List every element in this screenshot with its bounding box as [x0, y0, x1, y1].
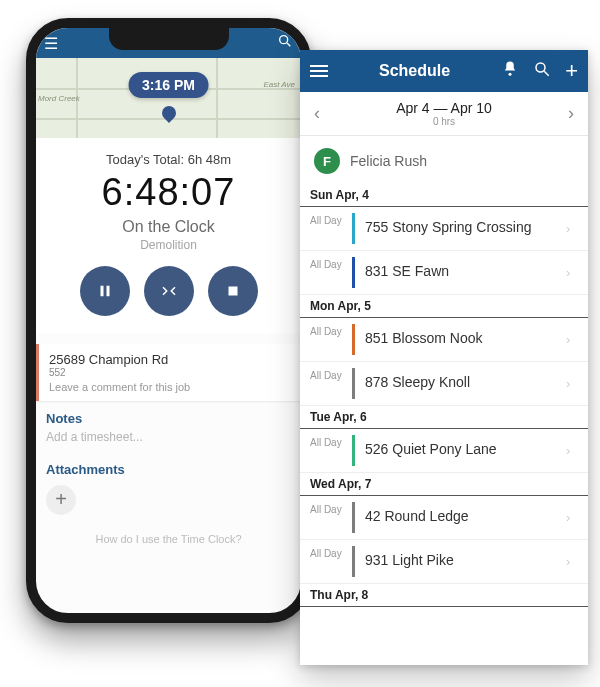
chevron-right-icon: › — [566, 540, 588, 583]
event-title: 526 Quiet Pony Lane — [355, 429, 566, 472]
clock-buttons — [36, 266, 301, 316]
add-button[interactable]: + — [565, 58, 578, 84]
next-week-button[interactable]: › — [554, 103, 588, 124]
search-icon[interactable] — [277, 33, 293, 53]
schedule-event[interactable]: All Day526 Quiet Pony Lane› — [300, 429, 588, 473]
date-range: Apr 4 — Apr 10 — [334, 100, 554, 116]
event-title: 931 Light Pike — [355, 540, 566, 583]
day-header: Mon Apr, 5 — [300, 295, 588, 318]
menu-icon[interactable]: ☰ — [44, 34, 58, 53]
all-day-label: All Day — [300, 496, 352, 539]
shuffle-icon — [160, 282, 178, 300]
chevron-right-icon: › — [566, 496, 588, 539]
pause-icon — [96, 282, 114, 300]
map-area[interactable]: Mord Creek East Ave 3:16 PM — [36, 58, 301, 138]
schedule-event[interactable]: All Day831 SE Fawn› — [300, 251, 588, 295]
day-header: Thu Apr, 8 — [300, 584, 588, 607]
switch-button[interactable] — [144, 266, 194, 316]
road-label: East Ave — [263, 80, 295, 89]
current-time-pill: 3:16 PM — [128, 72, 209, 98]
phone-notch — [109, 28, 229, 50]
chevron-right-icon: › — [566, 318, 588, 361]
job-address: 25689 Champion Rd — [49, 352, 291, 367]
stop-button[interactable] — [208, 266, 258, 316]
date-range-hours: 0 hrs — [334, 116, 554, 127]
attachments-header: Attachments — [36, 452, 301, 481]
bell-icon[interactable] — [501, 60, 519, 82]
clock-task: Demolition — [36, 238, 301, 252]
event-title: 831 SE Fawn — [355, 251, 566, 294]
page-title: Schedule — [342, 62, 487, 80]
menu-icon[interactable] — [310, 62, 328, 80]
time-clock-phone: ☰ Mord Creek East Ave 3:16 PM Today's To… — [26, 18, 311, 623]
person-row[interactable]: F Felicia Rush — [300, 136, 588, 184]
chevron-right-icon: › — [566, 362, 588, 405]
job-comment-placeholder[interactable]: Leave a comment for this job — [49, 381, 291, 393]
day-header: Wed Apr, 7 — [300, 473, 588, 496]
prev-week-button[interactable]: ‹ — [300, 103, 334, 124]
person-name: Felicia Rush — [350, 153, 427, 169]
event-title: 755 Stony Spring Crossing — [355, 207, 566, 250]
chevron-right-icon: › — [566, 207, 588, 250]
clock-card: Today's Total: 6h 48m 6:48:07 On the Clo… — [36, 138, 301, 334]
pause-button[interactable] — [80, 266, 130, 316]
today-total-label: Today's Total: 6h 48m — [36, 152, 301, 167]
schedule-phone: Schedule + ‹ Apr 4 — Apr 10 0 hrs › F Fe… — [300, 50, 588, 665]
schedule-event[interactable]: All Day755 Stony Spring Crossing› — [300, 207, 588, 251]
schedule-event[interactable]: All Day931 Light Pike› — [300, 540, 588, 584]
clock-status: On the Clock — [36, 218, 301, 236]
avatar: F — [314, 148, 340, 174]
search-icon[interactable] — [533, 60, 551, 82]
chevron-right-icon: › — [566, 429, 588, 472]
svg-line-7 — [544, 71, 549, 76]
schedule-list: Sun Apr, 4All Day755 Stony Spring Crossi… — [300, 184, 588, 607]
all-day-label: All Day — [300, 540, 352, 583]
event-title: 878 Sleepy Knoll — [355, 362, 566, 405]
schedule-event[interactable]: All Day851 Blossom Nook› — [300, 318, 588, 362]
notes-header: Notes — [36, 401, 301, 430]
all-day-label: All Day — [300, 318, 352, 361]
all-day-label: All Day — [300, 362, 352, 405]
job-number: 552 — [49, 367, 291, 378]
date-range-row: ‹ Apr 4 — Apr 10 0 hrs › — [300, 92, 588, 136]
add-attachment-button[interactable]: + — [46, 485, 76, 515]
all-day-label: All Day — [300, 251, 352, 294]
svg-point-0 — [280, 36, 288, 44]
svg-rect-2 — [100, 286, 103, 297]
svg-point-6 — [536, 63, 545, 72]
all-day-label: All Day — [300, 207, 352, 250]
event-title: 42 Round Ledge — [355, 496, 566, 539]
schedule-event[interactable]: All Day878 Sleepy Knoll› — [300, 362, 588, 406]
event-title: 851 Blossom Nook — [355, 318, 566, 361]
svg-rect-3 — [106, 286, 109, 297]
svg-line-1 — [287, 43, 290, 46]
stop-icon — [224, 282, 242, 300]
add-timesheet-input[interactable]: Add a timesheet... — [36, 430, 301, 452]
road-label: Mord Creek — [38, 94, 80, 103]
help-link[interactable]: How do I use the Time Clock? — [36, 533, 301, 545]
day-header: Sun Apr, 4 — [300, 184, 588, 207]
day-header: Tue Apr, 6 — [300, 406, 588, 429]
chevron-right-icon: › — [566, 251, 588, 294]
schedule-event[interactable]: All Day42 Round Ledge› — [300, 496, 588, 540]
all-day-label: All Day — [300, 429, 352, 472]
svg-rect-4 — [228, 287, 237, 296]
job-card[interactable]: 25689 Champion Rd 552 Leave a comment fo… — [36, 344, 301, 401]
svg-point-5 — [509, 73, 512, 76]
elapsed-time: 6:48:07 — [36, 171, 301, 214]
schedule-header: Schedule + — [300, 50, 588, 92]
